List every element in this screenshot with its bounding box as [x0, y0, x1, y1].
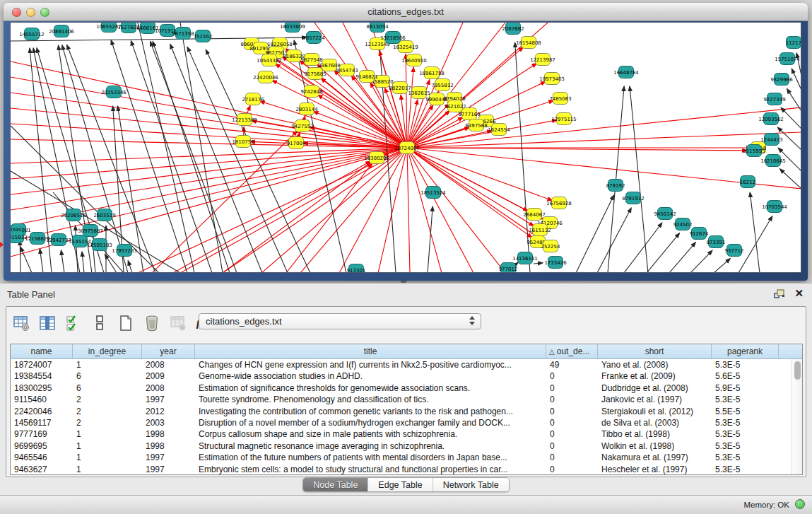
table-cell: Franke et al. (2009) [598, 370, 712, 382]
node-label: 18513524 [420, 190, 446, 196]
table-row[interactable]: 1872400712008Changes of HCN gene express… [11, 359, 802, 370]
column-header-pagerank[interactable]: pagerank [712, 344, 779, 358]
network-edge [180, 23, 223, 272]
node-label: 7485063 [549, 96, 571, 102]
table-cell: Yano et al. (2008) [598, 359, 712, 370]
column-header-in_degree[interactable]: in_degree [73, 344, 142, 358]
node-label: 9175685 [304, 71, 326, 77]
network-view-window: citations_edges.txt 18724007163254191864… [4, 3, 808, 281]
node-label: 16961758 [419, 71, 445, 76]
node-label: 16212 [740, 180, 755, 185]
select-columns-icon[interactable] [64, 314, 83, 332]
tab-network-table[interactable]: Network Table [433, 478, 509, 491]
network-edge [690, 250, 712, 272]
node-label: 8813054 [366, 24, 389, 30]
table-row[interactable]: 977716911998Corpus callosum shape and si… [11, 428, 802, 440]
column-header-year[interactable]: year [142, 344, 195, 358]
table-cell: 0 [546, 406, 598, 417]
window-titlebar[interactable]: citations_edges.txt [4, 3, 808, 21]
column-header-out_de[interactable]: △out_de... [546, 344, 598, 358]
node-label: 17957233 [112, 248, 137, 254]
table-cell: Dudbridge et al. (2008) [598, 382, 712, 394]
table-panel-body: f(x) citations_edges.txt namein_degreeye… [6, 306, 806, 477]
table-cell: Nakamura et al. (1997) [598, 452, 712, 463]
table-cell: Tibbo et al. (1998) [598, 428, 712, 440]
table-row[interactable]: 2242004622012Investigating the contribut… [11, 406, 802, 417]
node-label: 10543382 [257, 58, 282, 64]
network-edge [138, 148, 407, 272]
table-row[interactable]: 1830029562008Estimation of significance … [11, 382, 802, 394]
screen: citations_edges.txt 18724007163254191864… [0, 0, 812, 514]
table-toolbar: f(x) [12, 310, 213, 336]
table-options-icon[interactable] [12, 314, 30, 332]
table-cell: 1 [73, 452, 142, 463]
table-cell: 14569117 [11, 417, 73, 428]
table-row[interactable]: 1456911722003Disruption of a novel membe… [11, 417, 802, 428]
table-cell: 1997 [142, 452, 195, 463]
scrollbar-thumb[interactable] [794, 361, 801, 380]
table-cell: 0 [546, 464, 598, 475]
row-height-icon[interactable] [90, 314, 109, 332]
network-edge [152, 131, 298, 272]
node-label: 18724007 [394, 146, 420, 151]
table-row[interactable]: 911546021997Tourette syndrome. Phenomeno… [11, 394, 802, 405]
table-cell: Estimation of significance thresholds fo… [195, 382, 546, 394]
table-cell: 0 [546, 428, 598, 440]
table-cell: Hescheler et al. (1997) [598, 464, 712, 475]
tab-edge-table[interactable]: Edge Table [368, 478, 433, 491]
minimize-window-button[interactable] [26, 8, 35, 17]
column-header-name[interactable]: name [11, 344, 73, 358]
memory-status-label: Memory: OK [743, 501, 789, 509]
node-label: 11217 [786, 40, 801, 46]
node-label: 15751074 [775, 57, 800, 62]
table-cell: 0 [546, 394, 598, 405]
delete-column-icon[interactable] [143, 314, 161, 332]
table-cell: 2 [73, 394, 142, 405]
network-edge [750, 192, 760, 272]
table-row[interactable]: 946362711997Embryonic stem cells: a mode… [11, 464, 802, 475]
network-edge [378, 148, 407, 272]
close-window-button[interactable] [12, 8, 21, 17]
vertical-scrollbar[interactable] [792, 359, 802, 474]
table-cell: 9699695 [11, 440, 73, 452]
table-cell: Estimation of the future numbers of pati… [195, 452, 546, 463]
node-label: 16756928 [546, 201, 572, 206]
node-label: 873391 [707, 240, 726, 245]
table-cell: Wolkin et al. (1998) [598, 440, 712, 452]
network-edge [40, 249, 43, 272]
table-cell: 1997 [142, 464, 195, 475]
node-label: 1810755 [232, 139, 254, 145]
table-cell: 0 [546, 370, 598, 382]
table-body: 1872400712008Changes of HCN gene express… [11, 359, 802, 475]
float-panel-icon[interactable] [774, 289, 785, 299]
node-label: 977012 [499, 267, 518, 272]
tab-node-table[interactable]: Node Table [303, 478, 368, 491]
delete-table-icon[interactable] [169, 314, 187, 332]
show-columns-icon[interactable] [38, 314, 57, 332]
network-canvas[interactable]: 1872400716325419186409101696175879558121… [11, 23, 801, 272]
table-row[interactable]: 1938455462009Genome-wide association stu… [11, 370, 802, 382]
zoom-window-button[interactable] [40, 8, 49, 17]
table-row[interactable]: 969969511998Structural magnetic resonanc… [11, 440, 802, 452]
window-title: citations_edges.txt [4, 3, 808, 21]
create-column-icon[interactable] [117, 314, 135, 332]
close-panel-icon[interactable]: ✕ [794, 287, 804, 300]
network-edge [779, 169, 801, 189]
column-header-title[interactable]: title [195, 344, 546, 358]
network-edge [82, 252, 84, 272]
network-edge [407, 148, 505, 272]
node-label: 12093582 [758, 117, 784, 122]
network-edge [714, 259, 730, 272]
table-cell: 9777169 [11, 428, 73, 440]
table-row[interactable]: 946554611997Estimation of the future num… [11, 452, 802, 463]
node-label: 9242848 [300, 89, 322, 95]
table-cell: 1998 [142, 440, 195, 452]
table-cell: 2012 [142, 406, 195, 417]
node-label: 8822017 [389, 86, 411, 91]
status-bar: Memory: OK [0, 495, 812, 514]
network-edge [407, 148, 410, 272]
node-label: 16154808 [516, 40, 541, 46]
column-header-short[interactable]: short [598, 344, 712, 358]
table-selector-dropdown[interactable]: citations_edges.txt [199, 313, 481, 329]
node-label: 12975115 [551, 117, 577, 122]
